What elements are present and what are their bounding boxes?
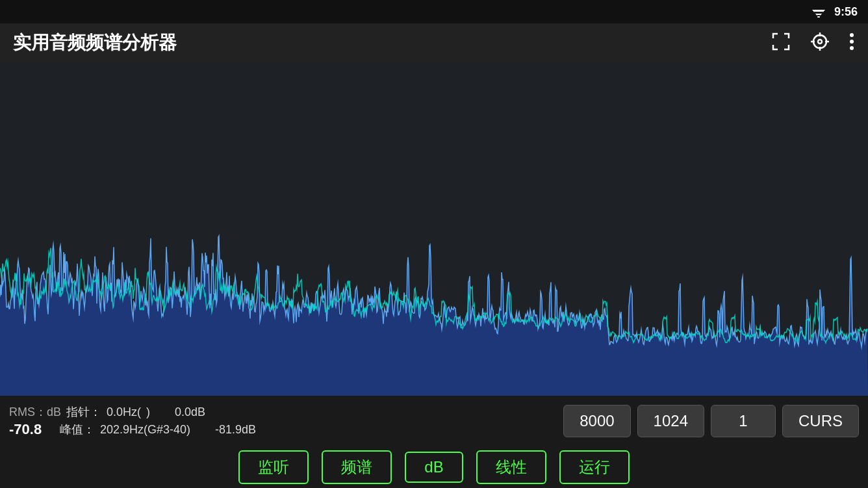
fullscreen-icon[interactable] bbox=[771, 31, 791, 55]
status-time: 9:56 bbox=[834, 5, 858, 19]
needle-note: ) bbox=[146, 405, 150, 419]
svg-point-13 bbox=[850, 46, 854, 50]
target-icon[interactable] bbox=[810, 31, 830, 55]
needle-db: 0.0dB bbox=[175, 405, 205, 419]
info-row-peak: -70.8 峰值： 202.9Hz(G#3-40) -81.9dB bbox=[9, 421, 347, 438]
svg-point-6 bbox=[818, 40, 822, 44]
svg-point-5 bbox=[813, 35, 826, 48]
linear-button[interactable]: 线性 bbox=[476, 450, 546, 484]
info-bar: RMS：dB 指针： 0.0Hz( ) 0.0dB -70.8 峰值： 202.… bbox=[0, 396, 868, 446]
peak-db: -81.9dB bbox=[215, 423, 256, 437]
title-icons bbox=[771, 31, 855, 55]
spectrum-chart[interactable]: 0 500 1000 1500 2000 2500 3000 3500 Hz -… bbox=[0, 62, 868, 396]
action-bar: 监听 频谱 dB 线性 运行 bbox=[0, 446, 868, 488]
db-button[interactable]: dB bbox=[405, 452, 463, 483]
sample-rate-button[interactable]: 8000 bbox=[563, 405, 630, 437]
menu-icon[interactable] bbox=[849, 31, 855, 55]
needle-label: 指针： bbox=[66, 404, 101, 420]
info-row-rms: RMS：dB 指针： 0.0Hz( ) 0.0dB bbox=[9, 404, 347, 420]
peak-hz: 202.9Hz(G#3-40) bbox=[100, 423, 190, 437]
svg-point-12 bbox=[850, 40, 854, 44]
fft-size-button[interactable]: 1024 bbox=[637, 405, 704, 437]
title-bar: 实用音频频谱分析器 bbox=[0, 23, 868, 62]
control-buttons: 8000 1024 1 CURS bbox=[563, 405, 859, 437]
rms-value: -70.8 bbox=[9, 421, 55, 438]
spectrum-waveform bbox=[0, 62, 868, 396]
monitor-button[interactable]: 监听 bbox=[238, 450, 309, 484]
app-title: 实用音频频谱分析器 bbox=[13, 31, 771, 55]
needle-hz: 0.0Hz( bbox=[107, 405, 141, 419]
rms-label: RMS：dB bbox=[9, 404, 61, 420]
status-bar: 9:56 bbox=[0, 0, 868, 23]
peak-label: 峰值： bbox=[60, 422, 95, 437]
averaging-button[interactable]: 1 bbox=[711, 405, 776, 437]
info-left: RMS：dB 指针： 0.0Hz( ) 0.0dB -70.8 峰值： 202.… bbox=[9, 404, 347, 438]
spectrum-button[interactable]: 频谱 bbox=[322, 450, 392, 484]
cursor-button[interactable]: CURS bbox=[782, 405, 859, 437]
run-button[interactable]: 运行 bbox=[559, 450, 630, 484]
svg-point-11 bbox=[850, 33, 854, 37]
wifi-icon bbox=[811, 6, 826, 18]
